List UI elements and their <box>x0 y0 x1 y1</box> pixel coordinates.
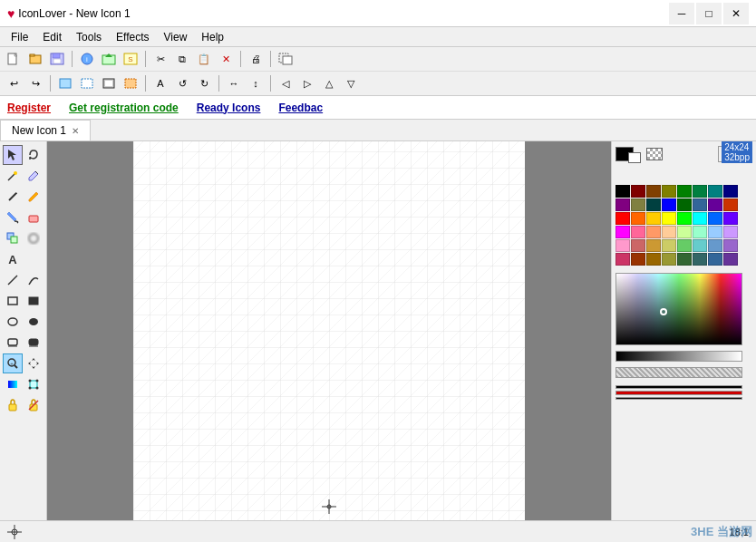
color-swatch-13[interactable] <box>693 198 707 211</box>
color-swatch-19[interactable] <box>662 212 676 225</box>
tb-move-right[interactable]: ▷ <box>297 73 317 93</box>
color-swatch-22[interactable] <box>708 212 722 225</box>
color-swatch-24[interactable] <box>615 226 630 238</box>
color-swatch-25[interactable] <box>631 226 645 238</box>
canvas-area[interactable] <box>47 141 611 520</box>
color-swatch-7[interactable] <box>723 185 738 198</box>
size-badge[interactable]: 24x24 32bpp <box>722 141 752 163</box>
tb-move-down[interactable]: ▽ <box>341 73 361 93</box>
tool-ellipse-fill[interactable] <box>24 312 44 332</box>
color-swatch-3[interactable] <box>662 185 676 198</box>
tb-resize[interactable] <box>276 49 296 69</box>
color-swatch-33[interactable] <box>631 239 645 252</box>
tool-rect-fill[interactable] <box>24 291 44 311</box>
color-swatch-44[interactable] <box>677 253 692 266</box>
tb-select-all[interactable] <box>55 73 75 93</box>
maximize-button[interactable]: □ <box>696 3 722 24</box>
minimize-button[interactable]: ─ <box>669 3 694 24</box>
tool-zoom[interactable]: + <box>3 353 23 373</box>
tb-undo[interactable]: ↩ <box>4 73 24 93</box>
tb-new[interactable] <box>4 49 24 69</box>
color-swatch-0[interactable] <box>615 185 630 198</box>
menu-file[interactable]: File <box>4 29 35 45</box>
color-swatch-4[interactable] <box>677 185 692 198</box>
color-swatch-31[interactable] <box>723 226 738 238</box>
color-swatch-11[interactable] <box>662 198 676 211</box>
color-swatch-39[interactable] <box>723 239 738 252</box>
tool-rect[interactable] <box>3 291 23 311</box>
ready-icons-link[interactable]: Ready Icons <box>197 102 261 114</box>
color-line-red[interactable] <box>615 391 742 395</box>
tool-rounded-rect[interactable] <box>3 333 23 353</box>
tool-move[interactable] <box>24 353 44 373</box>
tool-transform[interactable] <box>24 374 44 394</box>
menu-effects[interactable]: Effects <box>109 29 156 45</box>
color-swatch-36[interactable] <box>677 239 692 252</box>
tb-delete[interactable]: ✕ <box>216 49 236 69</box>
icon-canvas[interactable] <box>133 141 525 520</box>
color-swatch-10[interactable] <box>646 198 661 211</box>
menu-edit[interactable]: Edit <box>35 29 69 45</box>
tb-saveas[interactable]: S <box>121 49 141 69</box>
color-swatch-12[interactable] <box>677 198 692 211</box>
color-swatch-6[interactable] <box>708 185 722 198</box>
tool-blur[interactable] <box>24 228 44 248</box>
color-swatch-8[interactable] <box>615 198 630 211</box>
tool-clone[interactable] <box>3 228 23 248</box>
color-swatch-30[interactable] <box>708 226 722 238</box>
color-swatch-37[interactable] <box>693 239 707 252</box>
color-swatch-26[interactable] <box>646 226 661 238</box>
menu-tools[interactable]: Tools <box>69 29 109 45</box>
color-swatch-29[interactable] <box>693 226 707 238</box>
tb-paste[interactable]: 📋 <box>194 49 214 69</box>
tb-move-left[interactable]: ◁ <box>276 73 296 93</box>
doc-tab-new-icon-1[interactable]: New Icon 1 ✕ <box>0 120 91 140</box>
color-swatch-27[interactable] <box>662 226 676 238</box>
tool-line[interactable] <box>3 270 23 290</box>
color-swatch-16[interactable] <box>615 212 630 225</box>
tb-select-invert[interactable] <box>99 73 119 93</box>
color-swatch-35[interactable] <box>662 239 676 252</box>
tool-magic-wand[interactable] <box>3 166 23 186</box>
color-line-black[interactable] <box>615 385 742 389</box>
tb-open[interactable] <box>25 49 45 69</box>
tool-curve[interactable] <box>24 270 44 290</box>
tool-lasso[interactable] <box>24 145 44 165</box>
color-swatch-43[interactable] <box>662 253 676 266</box>
tb-save[interactable] <box>47 49 67 69</box>
tb-select-magic[interactable] <box>121 73 141 93</box>
get-code-link[interactable]: Get registration code <box>69 102 179 114</box>
tb-cut[interactable]: ✂ <box>150 49 170 69</box>
color-swatch-20[interactable] <box>677 212 692 225</box>
color-swatch-18[interactable] <box>646 212 661 225</box>
color-swatch-28[interactable] <box>677 226 692 238</box>
color-picker-gradient[interactable] <box>615 273 742 345</box>
tool-text[interactable]: A <box>3 249 23 269</box>
tb-export[interactable] <box>99 49 119 69</box>
tool-color-picker[interactable] <box>24 166 44 186</box>
tool-fill[interactable] <box>3 208 23 227</box>
color-swatch-23[interactable] <box>723 212 738 225</box>
menu-help[interactable]: Help <box>194 29 231 45</box>
tool-lock2[interactable] <box>24 395 44 415</box>
tb-move-up[interactable]: △ <box>319 73 339 93</box>
tool-ellipse[interactable] <box>3 312 23 332</box>
color-swatch-32[interactable] <box>615 239 630 252</box>
color-line-thin-black[interactable] <box>615 397 742 400</box>
color-swatch-38[interactable] <box>708 239 722 252</box>
color-swatch-17[interactable] <box>631 212 645 225</box>
color-swatch-5[interactable] <box>693 185 707 198</box>
color-swatch-21[interactable] <box>693 212 707 225</box>
color-swatch-41[interactable] <box>631 253 645 266</box>
tool-pencil[interactable] <box>3 187 23 207</box>
register-link[interactable]: Register <box>7 102 51 114</box>
tool-eraser[interactable] <box>24 208 44 227</box>
color-swatch-9[interactable] <box>631 198 645 211</box>
tool-gradient[interactable] <box>3 374 23 394</box>
tb-rotate-ccw[interactable]: ↺ <box>172 73 192 93</box>
color-swatch-34[interactable] <box>646 239 661 252</box>
close-button[interactable]: ✕ <box>723 3 749 24</box>
tb-redo[interactable]: ↪ <box>25 73 45 93</box>
color-swatch-46[interactable] <box>708 253 722 266</box>
color-swatch-2[interactable] <box>646 185 661 198</box>
